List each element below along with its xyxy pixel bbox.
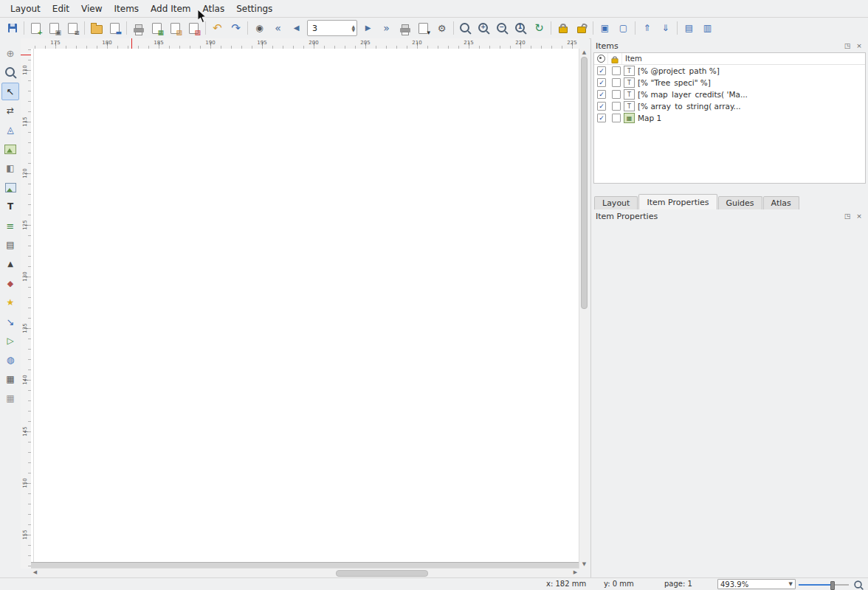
menu-settings[interactable]: Settings	[230, 1, 278, 16]
top-ruler[interactable]: 175180185190195200205210215220225	[31, 38, 579, 49]
scalebar-icon: ▤	[6, 240, 14, 249]
add-label-tool[interactable]: T	[1, 198, 19, 215]
lower-selected-items-button[interactable]: ⇓	[656, 19, 675, 37]
add-fixed-table-tool[interactable]: ▦	[1, 389, 19, 407]
duplicate-layout-button[interactable]: ▣	[45, 19, 63, 37]
preview-atlas-button[interactable]: ◉	[250, 19, 269, 37]
add-picture-tool[interactable]	[1, 178, 19, 196]
add-items-from-template-button[interactable]	[87, 19, 106, 37]
items-panel-close-icon[interactable]: ×	[855, 41, 864, 50]
visibility-checkbox[interactable]: ✓	[597, 102, 606, 111]
zoom-out-button[interactable]: −	[493, 19, 512, 37]
export-as-image-button[interactable]: ▦	[148, 19, 166, 37]
left-ruler[interactable]: 110115120125130135140145150155	[21, 49, 32, 569]
items-tree-row[interactable]: ✓T[% "Tree_speci" %]	[594, 77, 865, 88]
scroll-down-arrow-icon[interactable]: ▼	[579, 560, 589, 569]
raise-selected-items-button[interactable]: ⇑	[638, 19, 656, 37]
distribute-items-button[interactable]: ▥	[698, 19, 717, 37]
item-properties-close-icon[interactable]: ×	[855, 212, 864, 221]
add-node-item-tool[interactable]: ▷	[1, 332, 19, 350]
vertical-scrollbar[interactable]: ▲ ▼	[579, 49, 589, 569]
items-tree-row[interactable]: ✓▦Map 1	[594, 112, 865, 124]
pan-layout-tool[interactable]: ⊕	[1, 44, 19, 62]
save-as-template-button[interactable]: ▬	[106, 19, 124, 37]
zoom-slider-handle[interactable]	[830, 581, 835, 590]
undo-button[interactable]: ↶	[208, 19, 227, 37]
first-feature-button[interactable]: «	[269, 19, 287, 37]
next-feature-button[interactable]: ▶	[359, 19, 377, 37]
menu-edit[interactable]: Edit	[46, 1, 75, 16]
previous-feature-button[interactable]: ◀	[287, 19, 306, 37]
redo-button[interactable]: ↷	[227, 19, 245, 37]
atlas-settings-button[interactable]: ⚙	[433, 19, 451, 37]
zoom-tool-tool[interactable]	[1, 63, 19, 81]
tab-atlas[interactable]: Atlas	[763, 196, 799, 209]
items-tree-row[interactable]: ✓T[% map_layer_credits( 'Ma...	[594, 88, 865, 100]
tab-layout[interactable]: Layout	[594, 196, 638, 209]
visibility-checkbox[interactable]: ✓	[597, 78, 606, 87]
unlock-all-items-button[interactable]	[572, 19, 590, 37]
lock-checkbox[interactable]	[612, 114, 621, 122]
group-items-button[interactable]: ▣	[596, 19, 614, 37]
menu-items[interactable]: Items	[108, 1, 145, 16]
lock-checkbox[interactable]	[612, 78, 621, 87]
layout-page-canvas[interactable]	[31, 49, 579, 569]
add-attribute-table-tool[interactable]: ▦	[1, 370, 19, 388]
visibility-checkbox[interactable]: ✓	[597, 114, 606, 122]
add-3d-map-tool[interactable]: ◧	[1, 159, 19, 177]
export-as-svg-button[interactable]: ▧	[166, 19, 185, 37]
scroll-left-arrow-icon[interactable]: ◀	[31, 569, 39, 577]
layout-manager-button[interactable]: ≡	[63, 19, 82, 37]
last-feature-button[interactable]: »	[377, 19, 396, 37]
horizontal-scrollbar[interactable]: ◀ ▶	[31, 568, 579, 578]
visibility-checkbox[interactable]: ✓	[597, 66, 606, 75]
lock-checkbox[interactable]	[612, 90, 621, 99]
add-north-arrow-tool[interactable]: ▲	[1, 255, 19, 273]
add-arrow-tool[interactable]: ↘	[1, 313, 19, 330]
add-html-tool[interactable]: ◍	[1, 351, 19, 369]
scroll-right-arrow-icon[interactable]: ▶	[571, 569, 579, 577]
add-map-tool[interactable]	[1, 140, 19, 158]
lock-checkbox[interactable]	[612, 66, 621, 75]
spinbox-arrows-icon[interactable]: ▲▼	[351, 24, 355, 32]
ungroup-items-button[interactable]: ▢	[614, 19, 633, 37]
add-scalebar-tool[interactable]: ▤	[1, 236, 19, 254]
scroll-up-arrow-icon[interactable]: ▲	[579, 49, 589, 57]
select-move-item-tool[interactable]: ↖	[1, 83, 19, 100]
lock-checkbox[interactable]	[612, 102, 621, 111]
menu-atlas[interactable]: Atlas	[196, 1, 230, 16]
save-project-button[interactable]	[3, 19, 21, 37]
zoom-slider[interactable]	[799, 584, 849, 586]
item-properties-float-icon[interactable]: ◳	[843, 212, 852, 221]
print-atlas-button[interactable]	[396, 19, 414, 37]
menu-view[interactable]: View	[75, 1, 108, 16]
vertical-scrollbar-thumb[interactable]	[581, 57, 588, 309]
left-ruler-number: 155	[21, 527, 29, 542]
visibility-checkbox[interactable]: ✓	[597, 90, 606, 99]
items-tree-row[interactable]: ✓T[% @project_path %]	[594, 65, 865, 77]
refresh-view-button[interactable]: ↻	[530, 19, 548, 37]
menu-layout[interactable]: Layout	[4, 1, 46, 16]
add-marker-tool[interactable]: ★	[1, 294, 19, 311]
tab-item-properties[interactable]: Item Properties	[638, 194, 717, 209]
horizontal-scrollbar-thumb[interactable]	[336, 570, 428, 577]
add-legend-tool[interactable]: ≡	[1, 217, 19, 235]
menu-add-item[interactable]: Add Item	[145, 1, 196, 16]
move-item-content-tool[interactable]: ⇄	[1, 102, 19, 119]
zoom-level-combobox[interactable]: 493.9% ▼	[717, 579, 796, 589]
zoom-full-button[interactable]	[456, 19, 475, 37]
add-shape-tool[interactable]: ◆	[1, 274, 19, 292]
edit-nodes-item-tool[interactable]: ◬	[1, 121, 19, 139]
align-selected-items-button[interactable]: ▤	[680, 19, 698, 37]
zoom-in-button[interactable]: +	[475, 19, 493, 37]
lock-selected-items-button[interactable]	[554, 19, 572, 37]
export-as-pdf-button[interactable]: ▨	[185, 19, 203, 37]
items-panel-float-icon[interactable]: ◳	[843, 41, 852, 50]
new-layout-button[interactable]: +	[27, 19, 45, 37]
atlas-feature-spinbox[interactable]: 3▲▼	[307, 20, 357, 36]
print-button[interactable]	[129, 19, 148, 37]
items-tree-row[interactable]: ✓T[% array_to_string( array...	[594, 100, 865, 112]
export-atlas-button[interactable]: ▾	[414, 19, 433, 37]
tab-guides[interactable]: Guides	[718, 196, 762, 209]
zoom-actual-button[interactable]: 1	[512, 19, 530, 37]
